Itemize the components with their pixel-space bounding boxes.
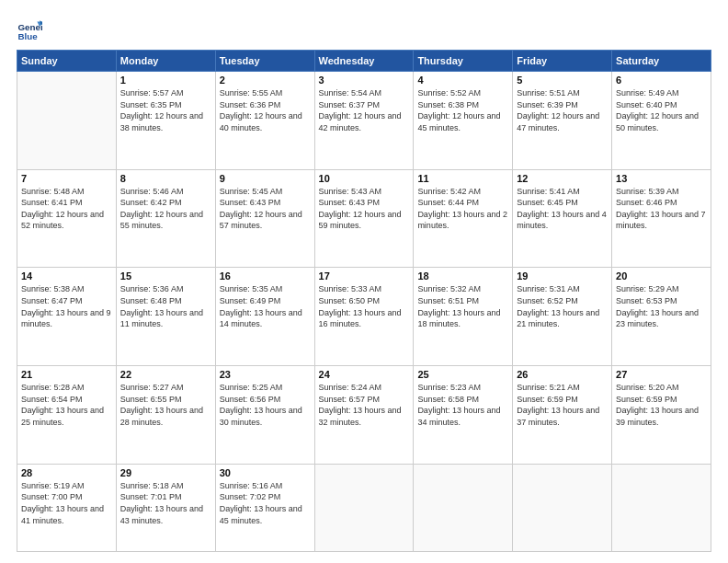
day-number: 12 [517, 173, 608, 184]
calendar-week-row: 7Sunrise: 5:48 AMSunset: 6:41 PMDaylight… [17, 169, 711, 268]
day-info: Sunrise: 5:48 AMSunset: 6:41 PMDaylight:… [21, 186, 112, 232]
calendar-cell: 25Sunrise: 5:23 AMSunset: 6:58 PMDayligh… [414, 366, 513, 465]
day-number: 28 [21, 467, 112, 478]
day-number: 1 [120, 75, 211, 86]
weekday-header-row: SundayMondayTuesdayWednesdayThursdayFrid… [17, 51, 711, 72]
day-info: Sunrise: 5:23 AMSunset: 6:58 PMDaylight:… [417, 382, 508, 428]
calendar-cell: 18Sunrise: 5:32 AMSunset: 6:51 PMDayligh… [414, 268, 513, 366]
calendar-cell: 17Sunrise: 5:33 AMSunset: 6:50 PMDayligh… [314, 268, 414, 366]
day-number: 20 [616, 270, 707, 282]
weekday-header: Saturday [612, 51, 711, 72]
calendar-cell: 29Sunrise: 5:18 AMSunset: 7:01 PMDayligh… [116, 464, 215, 551]
weekday-header: Monday [116, 51, 215, 72]
calendar-cell: 14Sunrise: 5:38 AMSunset: 6:47 PMDayligh… [17, 268, 117, 366]
day-number: 4 [417, 75, 508, 86]
day-info: Sunrise: 5:31 AMSunset: 6:52 PMDaylight:… [517, 283, 608, 329]
day-info: Sunrise: 5:49 AMSunset: 6:40 PMDaylight:… [616, 87, 707, 133]
calendar-cell: 16Sunrise: 5:35 AMSunset: 6:49 PMDayligh… [215, 268, 314, 366]
calendar-cell: 10Sunrise: 5:43 AMSunset: 6:43 PMDayligh… [314, 169, 414, 268]
day-number: 8 [120, 173, 211, 184]
day-info: Sunrise: 5:54 AMSunset: 6:37 PMDaylight:… [319, 87, 410, 133]
calendar-cell: 19Sunrise: 5:31 AMSunset: 6:52 PMDayligh… [513, 268, 612, 366]
calendar-page: General Blue SundayMondayTuesdayWednesda… [0, 0, 728, 563]
weekday-header: Thursday [414, 51, 513, 72]
day-number: 11 [417, 173, 508, 184]
calendar-cell: 24Sunrise: 5:24 AMSunset: 6:57 PMDayligh… [314, 366, 414, 465]
calendar-cell: 21Sunrise: 5:28 AMSunset: 6:54 PMDayligh… [17, 366, 117, 465]
calendar-table: SundayMondayTuesdayWednesdayThursdayFrid… [17, 50, 711, 552]
day-info: Sunrise: 5:38 AMSunset: 6:47 PMDaylight:… [21, 283, 112, 329]
calendar-week-row: 21Sunrise: 5:28 AMSunset: 6:54 PMDayligh… [17, 366, 711, 465]
calendar-cell [513, 464, 612, 551]
calendar-cell: 2Sunrise: 5:55 AMSunset: 6:36 PMDaylight… [215, 72, 314, 170]
calendar-cell: 7Sunrise: 5:48 AMSunset: 6:41 PMDaylight… [17, 169, 117, 268]
calendar-cell: 4Sunrise: 5:52 AMSunset: 6:38 PMDaylight… [414, 72, 513, 170]
calendar-cell: 22Sunrise: 5:27 AMSunset: 6:55 PMDayligh… [116, 366, 215, 465]
day-number: 29 [120, 467, 211, 478]
calendar-cell [314, 464, 414, 551]
calendar-cell: 23Sunrise: 5:25 AMSunset: 6:56 PMDayligh… [215, 366, 314, 465]
day-info: Sunrise: 5:32 AMSunset: 6:51 PMDaylight:… [417, 283, 508, 329]
day-info: Sunrise: 5:19 AMSunset: 7:00 PMDaylight:… [21, 480, 112, 526]
svg-text:Blue: Blue [17, 31, 38, 41]
day-number: 9 [220, 173, 311, 184]
calendar-week-row: 14Sunrise: 5:38 AMSunset: 6:47 PMDayligh… [17, 268, 711, 366]
day-info: Sunrise: 5:46 AMSunset: 6:42 PMDaylight:… [120, 186, 211, 232]
calendar-week-row: 1Sunrise: 5:57 AMSunset: 6:35 PMDaylight… [17, 72, 711, 170]
day-info: Sunrise: 5:21 AMSunset: 6:59 PMDaylight:… [517, 382, 608, 428]
calendar-week-row: 28Sunrise: 5:19 AMSunset: 7:00 PMDayligh… [17, 464, 711, 551]
day-info: Sunrise: 5:55 AMSunset: 6:36 PMDaylight:… [220, 87, 311, 133]
day-info: Sunrise: 5:29 AMSunset: 6:53 PMDaylight:… [616, 283, 707, 329]
calendar-cell: 6Sunrise: 5:49 AMSunset: 6:40 PMDaylight… [612, 72, 711, 170]
day-number: 17 [319, 270, 410, 282]
calendar-cell: 12Sunrise: 5:41 AMSunset: 6:45 PMDayligh… [513, 169, 612, 268]
day-number: 13 [616, 173, 707, 184]
weekday-header: Sunday [17, 51, 117, 72]
calendar-cell: 1Sunrise: 5:57 AMSunset: 6:35 PMDaylight… [116, 72, 215, 170]
day-number: 25 [417, 369, 508, 380]
day-info: Sunrise: 5:57 AMSunset: 6:35 PMDaylight:… [120, 87, 211, 133]
day-number: 3 [319, 75, 410, 86]
weekday-header: Tuesday [215, 51, 314, 72]
day-number: 23 [220, 369, 311, 380]
calendar-cell: 26Sunrise: 5:21 AMSunset: 6:59 PMDayligh… [513, 366, 612, 465]
day-number: 16 [220, 270, 311, 282]
day-info: Sunrise: 5:43 AMSunset: 6:43 PMDaylight:… [319, 186, 410, 232]
day-number: 10 [319, 173, 410, 184]
header: General Blue [17, 17, 711, 42]
calendar-cell: 11Sunrise: 5:42 AMSunset: 6:44 PMDayligh… [414, 169, 513, 268]
day-info: Sunrise: 5:16 AMSunset: 7:02 PMDaylight:… [220, 480, 311, 526]
day-number: 5 [517, 75, 608, 86]
day-number: 24 [319, 369, 410, 380]
day-info: Sunrise: 5:35 AMSunset: 6:49 PMDaylight:… [220, 283, 311, 329]
day-info: Sunrise: 5:45 AMSunset: 6:43 PMDaylight:… [220, 186, 311, 232]
calendar-cell: 5Sunrise: 5:51 AMSunset: 6:39 PMDaylight… [513, 72, 612, 170]
logo: General Blue [17, 17, 46, 42]
day-info: Sunrise: 5:20 AMSunset: 6:59 PMDaylight:… [616, 382, 707, 428]
day-number: 27 [616, 369, 707, 380]
day-info: Sunrise: 5:18 AMSunset: 7:01 PMDaylight:… [120, 480, 211, 526]
calendar-cell: 30Sunrise: 5:16 AMSunset: 7:02 PMDayligh… [215, 464, 314, 551]
calendar-cell [612, 464, 711, 551]
logo-icon: General Blue [17, 17, 42, 42]
day-info: Sunrise: 5:42 AMSunset: 6:44 PMDaylight:… [417, 186, 508, 232]
calendar-cell: 9Sunrise: 5:45 AMSunset: 6:43 PMDaylight… [215, 169, 314, 268]
day-number: 6 [616, 75, 707, 86]
calendar-cell: 8Sunrise: 5:46 AMSunset: 6:42 PMDaylight… [116, 169, 215, 268]
day-number: 30 [220, 467, 311, 478]
day-number: 2 [220, 75, 311, 86]
day-number: 22 [120, 369, 211, 380]
weekday-header: Wednesday [314, 51, 414, 72]
day-number: 15 [120, 270, 211, 282]
day-info: Sunrise: 5:51 AMSunset: 6:39 PMDaylight:… [517, 87, 608, 133]
day-number: 14 [21, 270, 112, 282]
calendar-cell: 27Sunrise: 5:20 AMSunset: 6:59 PMDayligh… [612, 366, 711, 465]
day-number: 21 [21, 369, 112, 380]
day-number: 18 [417, 270, 508, 282]
day-info: Sunrise: 5:41 AMSunset: 6:45 PMDaylight:… [517, 186, 608, 232]
calendar-cell [17, 72, 117, 170]
day-info: Sunrise: 5:27 AMSunset: 6:55 PMDaylight:… [120, 382, 211, 428]
calendar-cell: 28Sunrise: 5:19 AMSunset: 7:00 PMDayligh… [17, 464, 117, 551]
calendar-cell: 15Sunrise: 5:36 AMSunset: 6:48 PMDayligh… [116, 268, 215, 366]
day-number: 26 [517, 369, 608, 380]
